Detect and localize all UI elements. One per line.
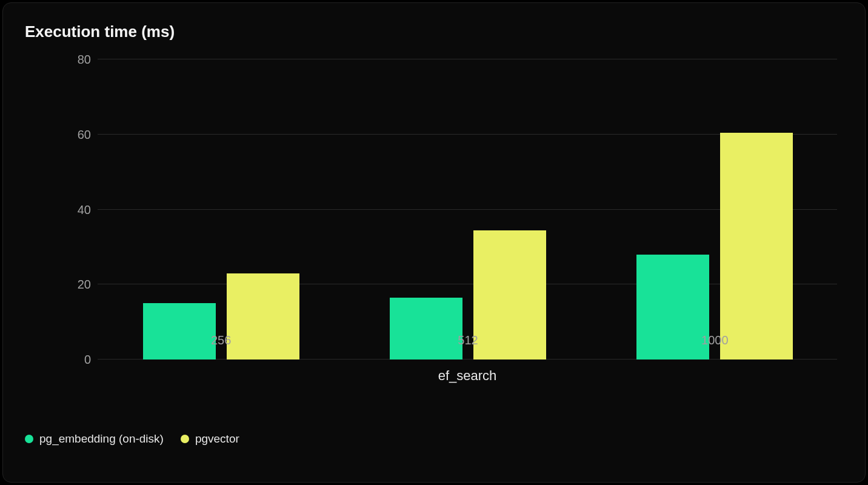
- legend-item: pgvector: [181, 432, 239, 446]
- bar-pg-embedding-on-disk-: [636, 255, 709, 360]
- x-axis-label: ef_search: [438, 368, 497, 384]
- bar-pgvector: [720, 133, 793, 360]
- bar-pgvector: [227, 273, 299, 360]
- legend-swatch: [25, 435, 33, 443]
- plot-wrap: ef_search 2565121000 020406080: [25, 53, 843, 396]
- y-tick-label: 20: [58, 278, 91, 292]
- gridline: [98, 59, 837, 59]
- plot-area: ef_search 2565121000: [98, 59, 837, 360]
- y-tick-label: 0: [58, 353, 91, 367]
- legend-swatch: [181, 435, 189, 443]
- x-tick-label: 512: [458, 333, 478, 347]
- bar-pgvector: [473, 230, 546, 360]
- bar-pg-embedding-on-disk-: [143, 303, 216, 360]
- y-tick-label: 40: [58, 202, 91, 216]
- y-tick-label: 80: [58, 53, 91, 67]
- legend-item: pg_embedding (on-disk): [25, 432, 164, 446]
- chart-panel: Execution time (ms) ef_search 2565121000…: [2, 2, 866, 483]
- legend: pg_embedding (on-disk)pgvector: [25, 432, 843, 446]
- bar-pg-embedding-on-disk-: [390, 298, 462, 360]
- legend-label: pgvector: [195, 432, 239, 446]
- legend-label: pg_embedding (on-disk): [39, 432, 164, 446]
- y-tick-label: 60: [58, 127, 91, 141]
- chart-title: Execution time (ms): [25, 22, 843, 41]
- x-tick-label: 256: [211, 333, 231, 347]
- x-tick-label: 1000: [701, 333, 729, 347]
